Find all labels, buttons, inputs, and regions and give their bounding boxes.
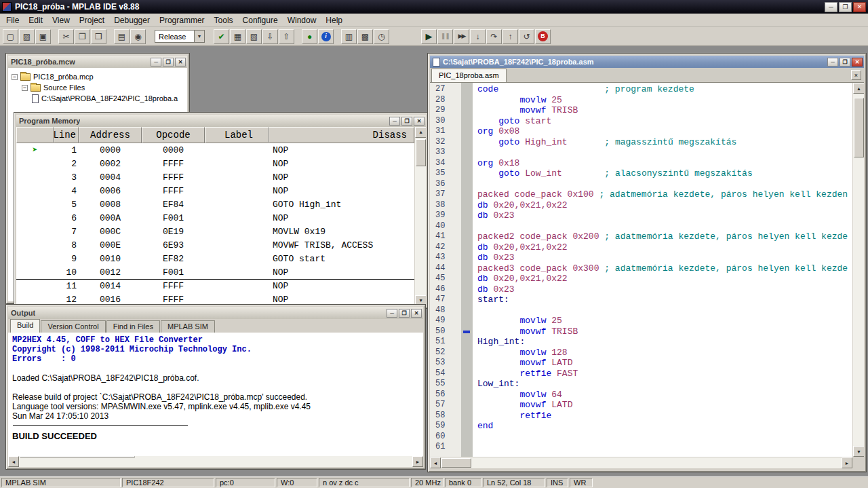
editor-margin-cell[interactable]: [461, 442, 473, 453]
editor-margin-cell[interactable]: [461, 242, 473, 253]
editor-margin-cell[interactable]: [461, 168, 473, 179]
stopwatch-button[interactable]: ◷: [374, 29, 389, 44]
save-file-button[interactable]: ▣: [35, 29, 51, 44]
maximize-button[interactable]: ❐: [399, 309, 410, 318]
editor-line[interactable]: 47start:: [430, 295, 852, 305]
minimize-button[interactable]: ─: [387, 309, 397, 318]
tree-item[interactable]: −Source Files: [8, 82, 187, 93]
sim-settings-button[interactable]: ▩: [357, 29, 373, 44]
print-button[interactable]: ▤: [114, 29, 130, 44]
editor-margin-cell[interactable]: [461, 316, 473, 326]
editor-line[interactable]: 29 movwf TRISB: [430, 105, 852, 116]
animate-button[interactable]: ▶▶: [454, 29, 469, 44]
editor-line[interactable]: 55Low_int:: [430, 379, 852, 390]
menu-configure[interactable]: Configure: [238, 14, 283, 26]
editor-margin-cell[interactable]: [461, 305, 473, 316]
program-target-button[interactable]: ⇩: [262, 29, 278, 44]
scrollbar-thumb[interactable]: [416, 139, 426, 166]
minimize-button[interactable]: ─: [827, 58, 838, 67]
editor-margin-cell[interactable]: [461, 231, 473, 242]
halt-button[interactable]: ❚❚: [437, 29, 453, 44]
scroll-right-button[interactable]: ►: [412, 456, 423, 467]
menu-window[interactable]: Window: [283, 14, 321, 26]
editor-margin-cell[interactable]: [461, 337, 473, 348]
editor-text-area[interactable]: 27code ; program kezdete28 movlw 2529 mo…: [430, 83, 864, 468]
maximize-button[interactable]: ❐: [163, 58, 174, 67]
editor-line[interactable]: 42db 0x20,0x21,0x22: [430, 242, 852, 253]
editor-line[interactable]: 60: [430, 432, 852, 443]
make-button[interactable]: ▧: [246, 29, 262, 44]
scrollbar-thumb[interactable]: [20, 456, 135, 457]
editor-line[interactable]: 56 movlw 64: [430, 390, 852, 400]
editor-line[interactable]: 54 retfie FAST: [430, 369, 852, 379]
maximize-button[interactable]: ❐: [840, 58, 850, 67]
editor-margin-cell[interactable]: [461, 411, 473, 421]
editor-titlebar[interactable]: C:\Sajat\PROBA_18F242\PIC_18proba.asm ─ …: [430, 56, 864, 68]
editor-margin-cell[interactable]: [461, 390, 473, 400]
step-into-button[interactable]: ↓: [470, 29, 486, 44]
tab-close-button[interactable]: ×: [851, 70, 861, 80]
editor-line[interactable]: 59end: [430, 421, 852, 432]
editor-margin-cell[interactable]: [461, 358, 473, 369]
help-info-button[interactable]: i: [318, 29, 334, 44]
build-all-button[interactable]: ▦: [230, 29, 245, 44]
editor-margin-cell[interactable]: [461, 200, 473, 211]
editor-margin-cell[interactable]: [461, 252, 473, 263]
program-memory-row[interactable]: 50008EF84GOTO High_int: [16, 198, 426, 211]
editor-margin-cell[interactable]: [461, 158, 473, 169]
program-memory-row[interactable]: 110014FFFFNOP: [16, 279, 426, 293]
editor-margin-cell[interactable]: [461, 295, 473, 305]
menu-programmer[interactable]: Programmer: [155, 14, 210, 26]
editor-line[interactable]: 48: [430, 305, 852, 316]
program-memory-scrollbar[interactable]: ▲ ▼: [414, 127, 426, 306]
editor-line[interactable]: 30 goto start: [430, 116, 852, 127]
output-horizontal-scrollbar[interactable]: ◄ ►: [8, 456, 423, 467]
editor-margin-cell[interactable]: [461, 189, 473, 200]
editor-line[interactable]: 52 movlw 128: [430, 348, 852, 358]
editor-vertical-scrollbar[interactable]: ▲ ▼: [852, 83, 864, 457]
new-file-button[interactable]: ▢: [3, 29, 18, 44]
program-memory-row[interactable]: 6000AF001NOP: [16, 211, 426, 225]
editor-line[interactable]: 58 retfie: [430, 411, 852, 421]
tree-item[interactable]: C:\Sajat\PROBA_18F242\PIC_18proba.a: [8, 93, 187, 104]
editor-line[interactable]: 40: [430, 221, 852, 232]
step-out-button[interactable]: ↑: [502, 29, 518, 44]
menu-view[interactable]: View: [47, 14, 75, 26]
editor-margin-cell[interactable]: [461, 421, 473, 432]
editor-line[interactable]: 39db 0x23: [430, 210, 852, 221]
menu-debugger[interactable]: Debugger: [109, 14, 155, 26]
editor-line[interactable]: 34org 0x18: [430, 158, 852, 169]
open-file-button[interactable]: ▨: [19, 29, 35, 44]
editor-line[interactable]: 35 goto Low_int ; alacsonyszintű megszak…: [430, 168, 852, 179]
editor-line[interactable]: 46db 0x23: [430, 284, 852, 295]
reset-button[interactable]: ↺: [519, 29, 534, 44]
program-memory-row[interactable]: 7000C0E19MOVLW 0x19: [16, 225, 426, 238]
editor-line[interactable]: 38db 0x20,0x21,0x22: [430, 200, 852, 211]
editor-line[interactable]: 51High_int:: [430, 337, 852, 348]
scroll-down-button[interactable]: ▼: [853, 446, 864, 457]
cut-button[interactable]: ✂: [58, 29, 74, 44]
editor-margin-cell[interactable]: [461, 105, 473, 116]
editor-margin-cell[interactable]: [461, 379, 473, 390]
minimize-button[interactable]: ─: [825, 2, 837, 12]
tree-expander-icon[interactable]: −: [12, 74, 18, 80]
close-button[interactable]: ✕: [414, 117, 425, 126]
editor-line[interactable]: 61: [430, 442, 852, 453]
editor-line[interactable]: 53 movwf LATD: [430, 358, 852, 369]
minimize-button[interactable]: ─: [151, 58, 161, 67]
build-check-button[interactable]: ✔: [214, 29, 229, 44]
scroll-up-button[interactable]: ▲: [415, 127, 426, 138]
paste-button[interactable]: ❒: [91, 29, 106, 44]
editor-line[interactable]: 27code ; program kezdete: [430, 84, 852, 95]
editor-line[interactable]: 32 goto High_int ; magasszintű megszakít…: [430, 137, 852, 148]
output-tab-find-in-files[interactable]: Find in Files: [106, 320, 160, 333]
editor-line[interactable]: 41packed2 code_pack 0x200 ; adatmemória …: [430, 231, 852, 242]
editor-margin-cell[interactable]: [461, 84, 473, 95]
editor-margin-cell[interactable]: [461, 432, 473, 443]
menu-project[interactable]: Project: [75, 14, 109, 26]
close-button[interactable]: ✕: [852, 58, 863, 67]
maximize-button[interactable]: ❐: [401, 117, 412, 126]
scroll-left-button[interactable]: ◄: [8, 456, 19, 467]
maximize-button[interactable]: ❐: [839, 2, 852, 12]
editor-line[interactable]: 49 movlw 25: [430, 316, 852, 326]
